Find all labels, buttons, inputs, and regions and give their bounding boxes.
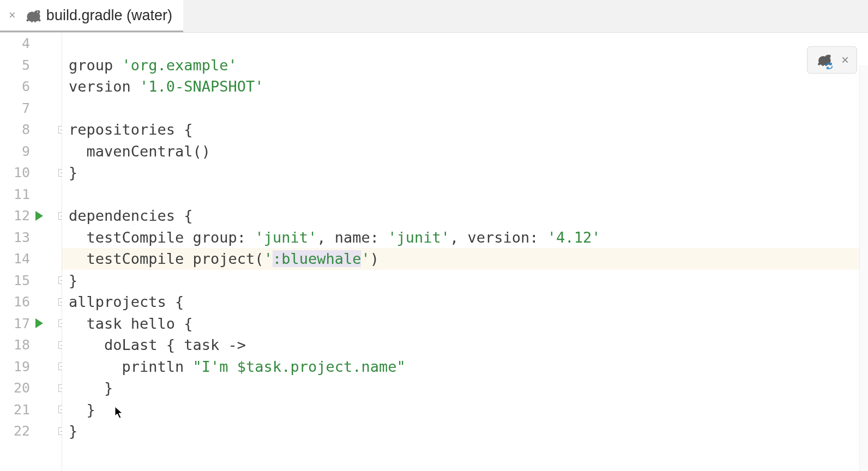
code-token: }: [69, 164, 77, 181]
gutter-row: 10−: [0, 162, 62, 184]
gutter-row: 5: [0, 55, 62, 76]
code-line[interactable]: [62, 184, 868, 206]
code-line[interactable]: [62, 33, 868, 55]
line-number: 10: [14, 165, 30, 180]
code-line[interactable]: }: [62, 270, 868, 292]
code-token: ': [361, 250, 370, 267]
code-token: repositories {: [69, 121, 193, 138]
code-area[interactable]: group 'org.example'version '1.0-SNAPSHOT…: [62, 33, 868, 471]
vertical-scrollbar[interactable]: [859, 65, 868, 471]
code-line[interactable]: dependencies {: [62, 205, 868, 227]
code-line[interactable]: [62, 98, 868, 119]
gutter-row: 20−: [0, 377, 62, 399]
gutter-row: 14: [0, 248, 62, 270]
tab-bar: × build.gradle (water): [0, 0, 868, 33]
gutter-row: 9: [0, 141, 62, 162]
code-line[interactable]: }: [62, 420, 868, 442]
line-number: 5: [22, 57, 30, 73]
code-token: }: [69, 401, 95, 418]
gutter-row: 12−: [0, 205, 62, 227]
code-token: }: [69, 272, 77, 289]
code-token: allprojects {: [69, 293, 184, 310]
gutter-row: 11: [0, 184, 62, 206]
code-token: println: [69, 358, 193, 375]
code-line[interactable]: group 'org.example': [62, 55, 868, 76]
gradle-reload-toolbar: ×: [807, 46, 857, 74]
line-number: 6: [22, 78, 30, 94]
code-token: :: [237, 229, 255, 246]
code-token: mavenCentral(): [69, 143, 210, 160]
code-token: :: [529, 229, 547, 246]
code-token: :: [370, 229, 388, 246]
code-line[interactable]: mavenCentral(): [62, 141, 868, 162]
code-token: version: [468, 229, 530, 246]
code-line[interactable]: allprojects {: [62, 291, 868, 313]
line-number: 15: [14, 273, 30, 288]
line-number: 14: [14, 251, 30, 267]
refresh-icon: [825, 62, 834, 70]
gutter-row: 21−: [0, 399, 62, 421]
code-token: :bluewhale: [273, 250, 361, 267]
code-token: ': [264, 250, 273, 267]
code-line[interactable]: testCompile group: 'junit', name: 'junit…: [62, 227, 868, 249]
gutter-row: 22−: [0, 420, 62, 442]
file-tab[interactable]: × build.gradle (water): [0, 0, 183, 32]
gutter-row: 4: [0, 33, 62, 55]
line-number: 18: [14, 337, 30, 353]
code-token: dependencies {: [69, 207, 193, 224]
code-token: group: [69, 57, 122, 74]
code-token: 'org.example': [122, 57, 237, 74]
gradle-elephant-icon: [23, 8, 41, 23]
line-number: 11: [14, 186, 30, 202]
gradle-reload-button[interactable]: [815, 53, 831, 67]
code-line[interactable]: }: [62, 399, 868, 421]
code-token: ,: [450, 229, 468, 246]
code-line[interactable]: task hello {: [62, 313, 868, 335]
run-gutter-icon[interactable]: [35, 318, 43, 328]
gutter-row: 16−: [0, 291, 62, 313]
gutter-row: 15−: [0, 270, 62, 292]
code-line[interactable]: doLast { task ->: [62, 334, 868, 356]
code-token: name: [335, 229, 370, 246]
code-token: group: [193, 229, 237, 246]
run-gutter-icon[interactable]: [35, 211, 43, 221]
tab-label: build.gradle (water): [46, 7, 172, 24]
line-number: 21: [14, 402, 30, 418]
line-number: 17: [14, 316, 30, 331]
code-line[interactable]: }: [62, 162, 868, 184]
close-tab-icon[interactable]: ×: [7, 8, 18, 22]
code-line[interactable]: repositories {: [62, 119, 868, 141]
gutter-row: 18−: [0, 334, 62, 356]
code-token: 'junit': [255, 229, 317, 246]
line-number: 7: [22, 100, 30, 116]
gutter-row: 6: [0, 76, 62, 98]
code-token: ,: [317, 229, 335, 246]
code-token: testCompile project(: [69, 250, 264, 267]
gutter-row: 7: [0, 98, 62, 119]
line-number: 20: [14, 380, 30, 396]
gutter-row: 17−: [0, 313, 62, 335]
line-number: 16: [14, 294, 30, 310]
code-token: 'junit': [388, 229, 450, 246]
line-number: 8: [22, 122, 30, 137]
line-number: 19: [14, 359, 30, 375]
line-number: 13: [14, 230, 30, 245]
code-token: }: [69, 379, 113, 396]
code-token: testCompile: [69, 229, 193, 246]
code-token: ): [370, 250, 379, 267]
code-line[interactable]: }: [62, 377, 868, 399]
code-line[interactable]: println "I'm $task.project.name": [62, 356, 868, 378]
editor: 45678−910−1112−131415−16−17−18−19−20−21−…: [0, 33, 868, 471]
gutter-row: 13: [0, 227, 62, 249]
code-line[interactable]: testCompile project(':bluewhale'): [62, 248, 868, 270]
line-number: 4: [22, 35, 30, 51]
code-token: doLast { task ->: [69, 336, 246, 353]
code-token: '4.12': [547, 229, 601, 246]
code-token: }: [69, 422, 77, 439]
close-toolbar-icon[interactable]: ×: [841, 52, 849, 68]
code-token: '1.0-SNAPSHOT': [140, 78, 264, 95]
line-number: 9: [22, 143, 30, 159]
gutter-row: 19−: [0, 356, 62, 378]
line-number: 22: [14, 423, 30, 439]
code-line[interactable]: version '1.0-SNAPSHOT': [62, 76, 868, 98]
